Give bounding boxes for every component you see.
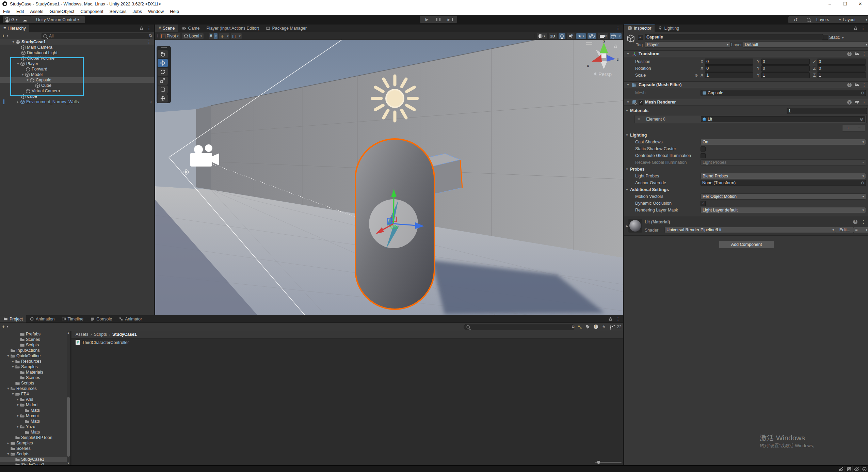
tab-game[interactable]: Game — [178, 25, 203, 32]
create-dropdown-icon[interactable]: ▾ — [7, 34, 8, 37]
tab-timeline[interactable]: Timeline — [58, 315, 87, 322]
snap-settings-button[interactable]: ||| ▾ — [231, 33, 241, 39]
hidden-objects-toggle[interactable] — [588, 33, 596, 39]
hierarchy-row-scene[interactable]: ▼ StudyCase1 ⋮ — [0, 39, 154, 45]
hierarchy-row[interactable]: ▼ Model — [0, 72, 154, 77]
thumbnail-zoom-slider[interactable] — [595, 462, 622, 463]
additional-settings-foldout[interactable]: ▼ Additional Settings — [625, 187, 669, 193]
lock-icon[interactable] — [853, 26, 858, 30]
menu-help[interactable]: Help — [167, 7, 182, 15]
constrain-proportions-icon[interactable]: ⊘ — [695, 73, 698, 78]
static-dropdown-icon[interactable]: ▾ — [842, 36, 844, 40]
menu-services[interactable]: Services — [107, 7, 130, 15]
position-x-field[interactable]: 0 — [705, 59, 753, 65]
lighting-foldout[interactable]: ▼ Lighting — [625, 132, 647, 138]
presets-icon[interactable] — [855, 53, 859, 54]
hidden-count-eye-icon[interactable] — [610, 325, 611, 330]
tree-row[interactable]: Scripts — [0, 380, 67, 386]
tab-animator[interactable]: Animator — [115, 315, 145, 322]
fold-icon[interactable]: ▼ — [626, 52, 630, 56]
tree-row[interactable]: ▼FBX — [0, 391, 67, 397]
camera-settings-dropdown[interactable]: ▾ — [598, 33, 609, 39]
expand-icon[interactable]: ▸ — [11, 360, 15, 363]
help-icon[interactable]: ? — [847, 83, 852, 87]
open-search-window-icon[interactable]: ⧉ — [149, 33, 152, 38]
shader-list-button[interactable]: ≡▾ — [853, 227, 868, 233]
tree-row-selected[interactable]: StudyCase1 — [0, 457, 67, 462]
tree-row[interactable]: Mats — [0, 419, 67, 424]
hierarchy-row[interactable]: Virtual Camera — [0, 88, 154, 94]
slider-knob[interactable] — [597, 461, 600, 464]
hierarchy-row[interactable]: Cube — [0, 94, 154, 99]
component-enabled-checkbox[interactable]: ✓ — [639, 100, 643, 105]
component-menu-icon[interactable]: ⋮ — [862, 100, 866, 105]
tree-row[interactable]: Scenes — [0, 337, 67, 342]
gizmos-dropdown[interactable]: ▾ — [610, 33, 622, 39]
inspector-menu-icon[interactable]: ⋮ — [861, 26, 865, 31]
toolbar-drag-handle[interactable]: ‖ — [157, 34, 158, 38]
motion-vectors-dropdown[interactable]: Per Object Motion▾ — [701, 193, 866, 200]
layer-dropdown[interactable]: Default▾ — [743, 42, 868, 48]
hierarchy-row-prefab[interactable]: ▸ Environment_Narrow_Walls › — [0, 99, 154, 105]
tree-row[interactable]: SimpleURPToon — [0, 435, 67, 440]
tab-input-actions[interactable]: Player (Input Actions Editor) — [203, 25, 262, 32]
gizmos-dropdown-icon[interactable]: ▾ — [618, 33, 622, 39]
expand-icon[interactable]: ▼ — [11, 365, 15, 368]
tree-row[interactable]: ▼Scripts — [0, 451, 67, 457]
scale-x-field[interactable]: 1 — [705, 72, 753, 78]
component-menu-icon[interactable]: ⋮ — [862, 82, 866, 88]
persp-label[interactable]: Persp — [598, 71, 612, 77]
rotation-z-field[interactable]: 0 — [817, 65, 866, 72]
gizmo-center-cube[interactable] — [601, 53, 606, 58]
expand-icon[interactable]: ▼ — [16, 425, 20, 428]
prefab-open-icon[interactable]: › — [150, 99, 152, 104]
tree-row[interactable]: Scripts — [0, 342, 67, 348]
object-name-field[interactable]: Capsule — [645, 34, 823, 40]
restore-button[interactable]: ❐ — [837, 0, 853, 7]
debugger-disabled-icon[interactable] — [837, 466, 845, 472]
tree-row[interactable]: Materials — [0, 369, 67, 375]
tree-row[interactable]: ▼Midori — [0, 402, 67, 408]
project-search-field[interactable] — [464, 324, 575, 330]
expand-icon[interactable]: ▼ — [6, 387, 10, 390]
hierarchy-row[interactable]: ▼ Player — [0, 61, 154, 66]
cloud-disconnected-icon[interactable] — [852, 466, 860, 472]
menu-jobs[interactable]: Jobs — [129, 7, 145, 15]
transform-tool[interactable] — [158, 94, 168, 103]
tree-row[interactable]: ▼Samples — [0, 364, 67, 369]
menu-window[interactable]: Window — [145, 7, 167, 15]
scene-viewport[interactable]: y x z Persp — [155, 40, 623, 315]
hierarchy-search-field[interactable] — [42, 33, 150, 39]
expand-icon[interactable]: ▼ — [6, 354, 10, 358]
asset-item[interactable]: # ThirdCharacterController — [76, 340, 129, 345]
account-button[interactable]: G ▾ — [3, 16, 19, 23]
tree-row[interactable]: ▸Aris — [0, 397, 67, 402]
create-asset-dropdown-icon[interactable]: ▾ — [7, 325, 8, 328]
scrollbar-thumb[interactable] — [67, 397, 70, 457]
expand-icon[interactable]: ▼ — [11, 392, 15, 396]
menu-component[interactable]: Component — [77, 7, 106, 15]
breadcrumb-scripts[interactable]: Scripts — [94, 332, 107, 337]
menu-file[interactable]: File — [0, 7, 13, 15]
tag-dropdown[interactable]: Player▾ — [645, 42, 730, 48]
tree-row[interactable]: ▸Samples — [0, 440, 67, 446]
layout-dropdown[interactable]: Layout ▾ — [841, 16, 868, 23]
static-shadow-caster-checkbox[interactable] — [701, 146, 706, 152]
menu-edit[interactable]: Edit — [13, 7, 27, 15]
expand-icon[interactable]: ▸ — [16, 398, 20, 401]
tools-drag-handle[interactable] — [158, 47, 170, 49]
audio-toggle[interactable] — [567, 33, 575, 39]
tab-animation[interactable]: Animation — [26, 315, 58, 322]
tree-row[interactable]: ▼Yuzu — [0, 424, 67, 429]
tab-package-manager[interactable]: Package Manager — [262, 25, 310, 32]
tree-row[interactable]: Prefabs — [0, 331, 67, 337]
scale-z-field[interactable]: 1 — [817, 72, 866, 78]
component-menu-icon[interactable]: ⋮ — [862, 51, 866, 57]
expand-icon[interactable]: ▼ — [16, 403, 20, 407]
pivot-mode-dropdown[interactable]: Pivot ▾ — [160, 33, 180, 39]
lock-icon[interactable] — [139, 26, 144, 30]
tree-row[interactable]: ▼QuickOutline — [0, 353, 67, 359]
scroll-down-icon[interactable]: ▼ — [67, 462, 70, 465]
cache-server-disabled-icon[interactable] — [845, 466, 852, 472]
scale-tool[interactable] — [158, 77, 168, 85]
